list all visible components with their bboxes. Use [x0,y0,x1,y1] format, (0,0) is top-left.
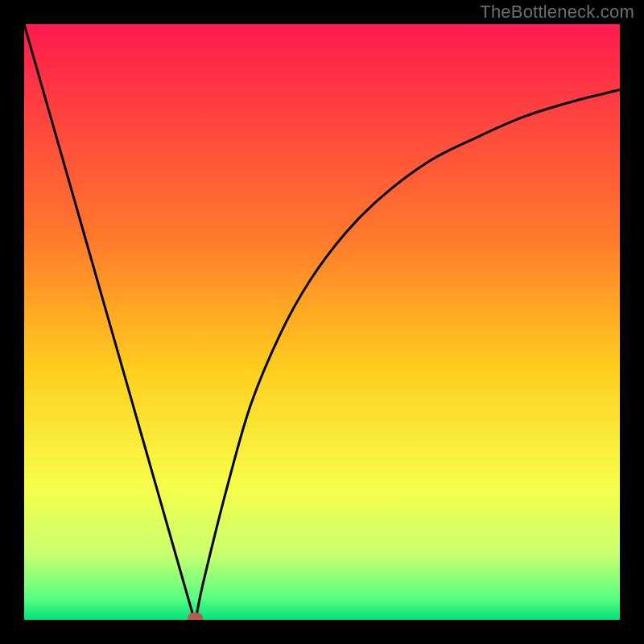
chart-svg [24,24,620,620]
chart-frame: TheBottleneck.com [0,0,644,644]
plot-area [24,24,620,620]
watermark-text: TheBottleneck.com [480,2,634,23]
optimal-point-marker [188,613,203,620]
